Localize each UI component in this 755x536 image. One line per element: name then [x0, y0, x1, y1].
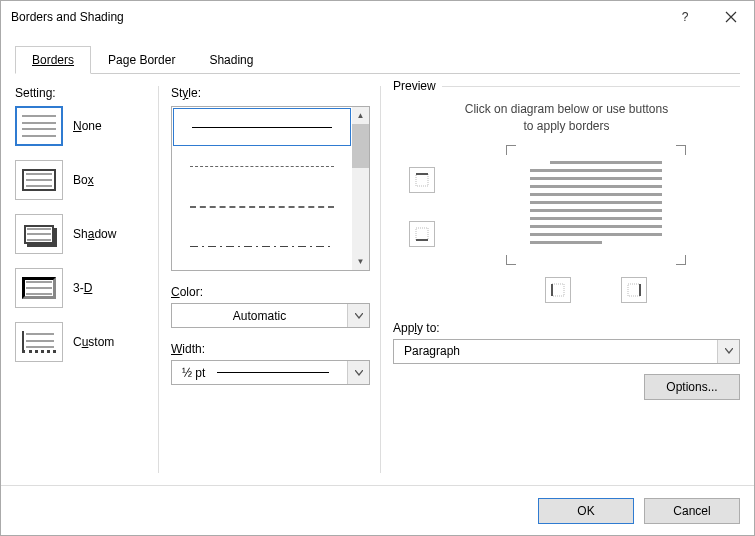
setting-3d[interactable]: 3-D	[15, 268, 148, 308]
width-combo[interactable]: ½ pt	[171, 360, 370, 385]
setting-custom-label: Custom	[73, 335, 114, 349]
tab-shading[interactable]: Shading	[192, 46, 270, 74]
chevron-down-icon	[717, 340, 739, 363]
tab-borders[interactable]: Borders	[15, 46, 91, 74]
color-combo[interactable]: Automatic	[171, 303, 370, 328]
apply-to-label: Apply to:	[393, 321, 740, 335]
border-right-button[interactable]	[621, 277, 647, 303]
border-top-button[interactable]	[409, 167, 435, 193]
settings-label: Setting:	[15, 86, 148, 100]
cancel-button[interactable]: Cancel	[644, 498, 740, 524]
setting-custom-swatch	[15, 322, 63, 362]
color-value: Automatic	[172, 309, 347, 323]
setting-none-swatch	[15, 106, 63, 146]
ok-button[interactable]: OK	[538, 498, 634, 524]
titlebar: Borders and Shading ?	[1, 1, 754, 33]
setting-custom[interactable]: Custom	[15, 322, 148, 362]
svg-rect-2	[416, 228, 428, 240]
setting-none[interactable]: None	[15, 106, 148, 146]
setting-shadow-label: Shadow	[73, 227, 116, 241]
border-left-button[interactable]	[545, 277, 571, 303]
color-label: Color:	[171, 285, 370, 299]
preview-diagram[interactable]	[506, 145, 686, 265]
setting-box[interactable]: Box	[15, 160, 148, 200]
close-button[interactable]	[708, 1, 754, 33]
preview-hint: Click on diagram below or use buttonsto …	[433, 101, 700, 135]
border-bottom-button[interactable]	[409, 221, 435, 247]
setting-box-swatch	[15, 160, 63, 200]
setting-3d-swatch	[15, 268, 63, 308]
width-label: Width:	[171, 342, 370, 356]
setting-box-label: Box	[73, 173, 94, 187]
style-label: Style:	[171, 86, 370, 100]
width-value: ½ pt	[182, 366, 205, 380]
setting-shadow-swatch	[15, 214, 63, 254]
style-item-dashdot[interactable]	[172, 227, 352, 267]
scroll-up-icon[interactable]: ▲	[352, 107, 369, 124]
options-button[interactable]: Options...	[644, 374, 740, 400]
dialog-borders-shading: Borders and Shading ? Borders Page Borde…	[0, 0, 755, 536]
chevron-down-icon	[347, 304, 369, 327]
window-title: Borders and Shading	[11, 10, 662, 24]
scroll-thumb[interactable]	[352, 124, 369, 168]
style-scrollbar[interactable]: ▲ ▼	[352, 107, 369, 270]
setting-shadow[interactable]: Shadow	[15, 214, 148, 254]
dialog-footer: OK Cancel	[1, 485, 754, 535]
svg-rect-4	[552, 284, 564, 296]
setting-none-label: None	[73, 119, 102, 133]
tab-page-border[interactable]: Page Border	[91, 46, 192, 74]
style-listbox[interactable]: ▲ ▼	[171, 106, 370, 271]
preview-legend: Preview	[393, 79, 442, 93]
style-item-solid[interactable]	[173, 108, 351, 146]
width-sample-line	[217, 372, 329, 373]
scroll-down-icon[interactable]: ▼	[352, 253, 369, 270]
svg-rect-0	[416, 174, 428, 186]
style-item-dash-small[interactable]	[172, 147, 352, 187]
setting-3d-label: 3-D	[73, 281, 92, 295]
style-item-dash-med[interactable]	[172, 187, 352, 227]
tab-bar: Borders Page Border Shading	[15, 45, 740, 74]
help-button[interactable]: ?	[662, 1, 708, 33]
preview-paragraph	[530, 161, 662, 244]
chevron-down-icon	[347, 361, 369, 384]
apply-to-value: Paragraph	[394, 344, 717, 358]
apply-to-combo[interactable]: Paragraph	[393, 339, 740, 364]
svg-rect-6	[628, 284, 640, 296]
